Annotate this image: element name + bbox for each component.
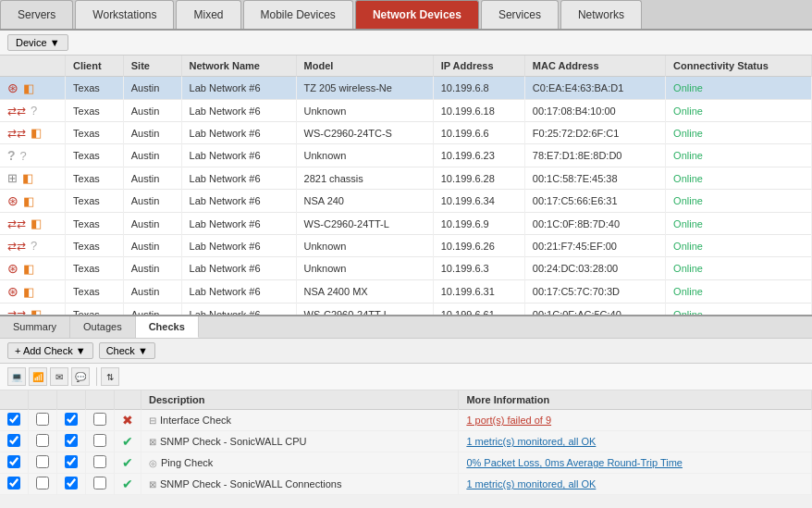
check-cb4[interactable] — [86, 474, 115, 495]
model-cell: WS-C2960-24TT-L — [296, 304, 433, 316]
model-cell: 2821 chassis — [296, 167, 433, 190]
box-icon: ◧ — [23, 285, 34, 299]
table-row[interactable]: ? ? Texas Austin Lab Network #6 Unknown … — [0, 144, 812, 167]
client-cell: Texas — [66, 77, 124, 100]
ip-cell: 10.199.6.26 — [433, 235, 524, 257]
table-row[interactable]: ⇄⇄ ? Texas Austin Lab Network #6 Unknown… — [0, 235, 812, 257]
ip-cell: 10.199.6.9 — [433, 213, 524, 235]
box-icon: ◧ — [23, 262, 34, 276]
main-tabs: Servers Workstations Mixed Mobile Device… — [0, 0, 812, 31]
model-cell: Unknown — [296, 144, 433, 167]
check-cb3[interactable] — [57, 474, 86, 495]
table-row[interactable]: ⇄⇄ ? Texas Austin Lab Network #6 Unknown… — [0, 100, 812, 122]
tab-checks[interactable]: Checks — [136, 316, 199, 338]
model-cell: Unknown — [296, 100, 433, 122]
check-cb4[interactable] — [86, 452, 115, 474]
router-icon: ⇄⇄ — [7, 127, 26, 140]
device-label: Device — [16, 37, 47, 48]
check-description: ⊠ SNMP Check - SonicWALL Connections — [141, 474, 459, 495]
check-icon-network[interactable]: 📶 — [29, 367, 47, 386]
table-row[interactable]: ⊞ ◧ Texas Austin Lab Network #6 2821 cha… — [0, 167, 812, 190]
site-cell: Austin — [123, 213, 181, 235]
checks-icons-row: 💻 📶 ✉ 💬 ⇅ — [0, 364, 812, 390]
check-cb3[interactable] — [57, 431, 86, 452]
main-toolbar: Device ▼ — [0, 31, 812, 56]
check-cb3[interactable] — [57, 410, 86, 431]
icon-cell: ⇄⇄ ◧ — [0, 213, 66, 235]
icon-cell: ⊞ ◧ — [0, 167, 66, 190]
status-cell: Online — [666, 213, 812, 235]
client-cell: Texas — [66, 167, 124, 190]
check-cb2[interactable] — [29, 452, 57, 474]
plus-icon: + — [15, 345, 20, 356]
col-ip: IP Address — [433, 56, 524, 77]
check-icon-bubble[interactable]: 💬 — [71, 367, 90, 386]
check-cb1[interactable] — [0, 410, 29, 431]
check-icon-sort[interactable]: ⇅ — [101, 367, 119, 386]
mac-cell: 00:24:DC:03:28:00 — [524, 257, 665, 280]
table-row[interactable]: ⊛ ◧ Texas Austin Lab Network #6 Unknown … — [0, 257, 812, 280]
ip-cell: 10.199.6.34 — [433, 190, 524, 213]
tab-servers[interactable]: Servers — [0, 0, 73, 29]
check-cb2[interactable] — [29, 410, 57, 431]
check-info[interactable]: 1 port(s) failed of 9 — [459, 410, 812, 431]
table-row[interactable]: ⊛ ◧ Texas Austin Lab Network #6 NSA 240 … — [0, 190, 812, 213]
ip-cell: 10.199.6.23 — [433, 144, 524, 167]
tab-network-devices[interactable]: Network Devices — [355, 0, 479, 29]
tab-outages[interactable]: Outages — [70, 316, 136, 338]
check-cb4[interactable] — [86, 431, 115, 452]
ip-cell: 10.199.6.61 — [433, 304, 524, 316]
table-header-row: Client Site Network Name Model IP Addres… — [0, 56, 812, 77]
table-row[interactable]: ⊛ ◧ Texas Austin Lab Network #6 TZ 205 w… — [0, 77, 812, 100]
ip-cell: 10.199.6.31 — [433, 280, 524, 304]
check-arrow: ▼ — [138, 345, 148, 356]
table-row[interactable]: ⇄⇄ ◧ Texas Austin Lab Network #6 WS-C296… — [0, 213, 812, 235]
tab-summary[interactable]: Summary — [0, 316, 70, 338]
model-cell: Unknown — [296, 235, 433, 257]
status-cell: Online — [666, 280, 812, 304]
client-cell: Texas — [66, 100, 124, 122]
check-cb4[interactable] — [86, 410, 115, 431]
check-cb1[interactable] — [0, 474, 29, 495]
site-cell: Austin — [123, 304, 181, 316]
col-icon — [0, 56, 66, 77]
check-icon-mail[interactable]: ✉ — [50, 367, 68, 386]
tab-services[interactable]: Services — [481, 0, 559, 29]
status-cell: Online — [666, 122, 812, 144]
check-description: ⊟ Interface Check — [141, 410, 459, 431]
mac-cell: 00:1C:58:7E:45:38 — [524, 167, 665, 190]
check-info[interactable]: 1 metric(s) monitored, all OK — [459, 431, 812, 452]
status-cell: Online — [666, 167, 812, 190]
icon-cell: ⇄⇄ ? — [0, 235, 66, 257]
checks-row: ✔ ◎ Ping Check 0% Packet Loss, 0ms Avera… — [0, 452, 812, 474]
network-cell: Lab Network #6 — [181, 122, 296, 144]
check-cb3[interactable] — [57, 452, 86, 474]
tab-mobile-devices[interactable]: Mobile Devices — [243, 0, 353, 29]
tab-workstations[interactable]: Workstations — [75, 0, 174, 29]
icon-cell: ⊛ ◧ — [0, 77, 66, 100]
device-button[interactable]: Device ▼ — [7, 34, 68, 51]
check-info[interactable]: 0% Packet Loss, 0ms Average Round-Trip T… — [459, 452, 812, 474]
check-error-icon: ✖ — [122, 413, 133, 427]
table-row[interactable]: ⇄⇄ ◧ Texas Austin Lab Network #6 WS-C296… — [0, 122, 812, 144]
client-cell: Texas — [66, 144, 124, 167]
status-cell: Online — [666, 100, 812, 122]
check-info[interactable]: 1 metric(s) monitored, all OK — [459, 474, 812, 495]
col-client: Client — [66, 56, 124, 77]
status-cell: Online — [666, 257, 812, 280]
check-cb2[interactable] — [29, 431, 57, 452]
wifi-icon: ⊛ — [7, 284, 18, 299]
network-cell: Lab Network #6 — [181, 167, 296, 190]
add-check-button[interactable]: + Add Check ▼ — [7, 342, 93, 359]
check-cb1[interactable] — [0, 431, 29, 452]
client-cell: Texas — [66, 213, 124, 235]
check-icon-device[interactable]: 💻 — [7, 367, 26, 386]
check-button[interactable]: Check ▼ — [99, 342, 155, 359]
tab-networks[interactable]: Networks — [560, 0, 642, 29]
table-row[interactable]: ⊛ ◧ Texas Austin Lab Network #6 NSA 2400… — [0, 280, 812, 304]
check-cb1[interactable] — [0, 452, 29, 474]
tab-mixed[interactable]: Mixed — [176, 0, 240, 29]
check-cb2[interactable] — [29, 474, 57, 495]
table-row[interactable]: ⇄⇄ ◧ Texas Austin Lab Network #6 WS-C296… — [0, 304, 812, 316]
model-cell: WS-C2960-24TC-S — [296, 122, 433, 144]
